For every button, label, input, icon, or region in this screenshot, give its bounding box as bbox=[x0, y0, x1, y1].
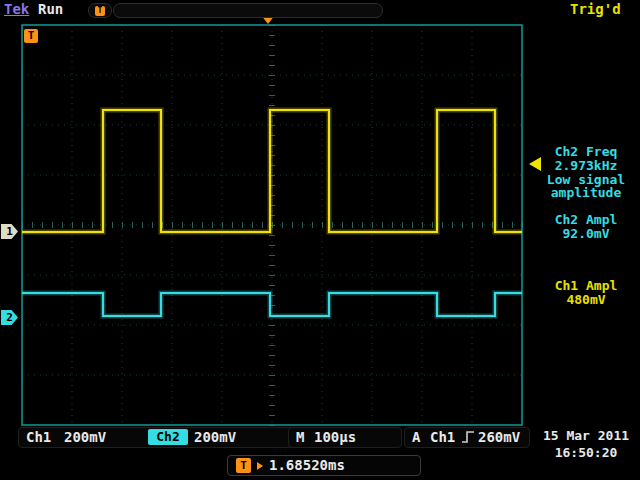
trigger-level-flag-icon: T bbox=[24, 29, 38, 43]
ch1-ampl-value: 480mV bbox=[532, 292, 640, 307]
time-label: 16:50:20 bbox=[536, 446, 636, 460]
trigger-mode: A bbox=[412, 430, 420, 445]
delay-arrow-icon bbox=[257, 462, 263, 470]
ch2-freq-label: Ch2 Freq bbox=[532, 144, 640, 159]
ch2-scale: 200mV bbox=[194, 430, 236, 445]
ch2-ampl-value: 92.0mV bbox=[532, 226, 640, 241]
trigger-flag-icon: T bbox=[95, 6, 105, 16]
timebase-label: M bbox=[296, 430, 304, 445]
rising-edge-slope-icon bbox=[461, 429, 475, 445]
delay-value: 1.68520ms bbox=[269, 458, 345, 473]
ch1-scale: 200mV bbox=[64, 430, 106, 445]
timebase-scale: 100µs bbox=[314, 430, 356, 445]
oscilloscope-screen: Tek Run T Trig'd T 1 2 Ch2 Freq 2.973kHz… bbox=[0, 0, 640, 480]
ch2-trace-glow bbox=[22, 293, 522, 316]
delay-readout: T 1.68520ms bbox=[227, 455, 421, 476]
menu-bar bbox=[113, 3, 383, 18]
acquisition-state: Run bbox=[38, 2, 63, 17]
trigger-flag-box: T bbox=[88, 3, 112, 18]
ch2-freq-warning-line2: amplitude bbox=[532, 185, 640, 200]
trigger-status: Trig'd bbox=[570, 2, 621, 17]
trigger-source: Ch1 bbox=[430, 430, 455, 445]
ch2-freq-value: 2.973kHz bbox=[532, 158, 640, 173]
delay-trigger-flag-icon: T bbox=[236, 458, 251, 473]
date-label: 15 Mar 2011 bbox=[536, 429, 636, 443]
ch2-label-badge: Ch2 bbox=[148, 429, 188, 445]
tek-logo: Tek bbox=[4, 2, 29, 17]
ch1-label: Ch1 bbox=[26, 430, 51, 445]
ch1-ampl-label: Ch1 Ampl bbox=[532, 278, 640, 293]
trigger-level-value: 260mV bbox=[478, 430, 520, 445]
ch1-trace-glow bbox=[22, 110, 522, 232]
ch2-ampl-label: Ch2 Ampl bbox=[532, 212, 640, 227]
